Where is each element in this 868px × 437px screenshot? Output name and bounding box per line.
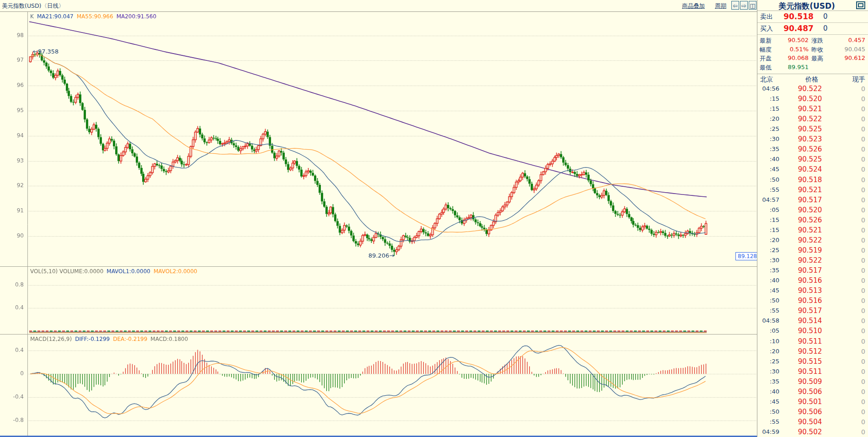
overlay-link[interactable]: 商品叠加	[682, 2, 705, 10]
bid-quantity: 0	[823, 24, 828, 32]
tape-header-col: 价格	[796, 76, 828, 84]
tape-row: :3590.5170	[757, 265, 868, 275]
stat-row: 最低89.951	[757, 64, 868, 72]
price-axis-label: 97	[0, 57, 24, 63]
tape-volume: 0	[861, 287, 865, 294]
stat-value: 90.612	[828, 54, 865, 61]
split-view-icon[interactable]: ◫	[749, 1, 756, 10]
tape-volume: 0	[861, 216, 865, 224]
tape-row: :2590.5250	[757, 124, 868, 134]
tape-time: :15	[757, 95, 779, 102]
tape-price: 90.516	[785, 297, 835, 305]
price-axis-label: 94	[0, 132, 24, 139]
tape-time: :55	[757, 186, 779, 193]
tape-price: 90.510	[785, 327, 835, 335]
tape-volume: 0	[861, 408, 865, 415]
volume-legend: VOL(5,10) VOLUME:0.0000MAVOL1:0.0000MAVO…	[30, 268, 201, 275]
stat-label: 最低	[760, 64, 772, 72]
tape-volume: 0	[861, 338, 865, 345]
tape-row: :2590.5190	[757, 245, 868, 255]
tape-time: :30	[757, 257, 779, 264]
tape-price: 90.520	[785, 206, 835, 214]
tape-row: :2090.5220	[757, 235, 868, 245]
tape-price: 90.513	[785, 286, 835, 295]
tape-volume: 0	[861, 85, 865, 92]
tape-row: :0590.5200	[757, 205, 868, 215]
main-legend: KMA21:90.047MA55:90.966MA200:91.560	[30, 13, 160, 20]
tape-price: 90.525	[785, 155, 835, 163]
price-axis-label: 90	[0, 232, 24, 239]
tape-time: :25	[757, 125, 779, 132]
tape-row: :2090.5120	[757, 346, 868, 356]
tape-volume: 0	[861, 327, 865, 334]
legend-item: MACD:0.1800	[150, 336, 188, 342]
tape-row: :2090.5220	[757, 114, 868, 124]
next-chart-icon[interactable]: ⇨	[740, 1, 748, 10]
tape-time: :50	[757, 297, 779, 304]
tape-volume: 0	[861, 227, 865, 234]
tape-row: :5590.5170	[757, 306, 868, 316]
prev-chart-icon[interactable]: ⇦	[731, 1, 739, 10]
tape-volume: 0	[861, 166, 865, 173]
tape-volume: 0	[861, 237, 865, 244]
tape-row: :0590.5100	[757, 326, 868, 336]
tape-row: :5590.5040	[757, 417, 868, 427]
price-axis-label: 93	[0, 157, 24, 164]
tape-volume: 0	[861, 105, 865, 113]
tape-volume: 0	[861, 267, 865, 274]
period-link[interactable]: 周期	[715, 2, 726, 10]
tape-time: 04:57	[757, 196, 779, 203]
tape-volume: 0	[861, 247, 865, 254]
tape-header-col: 现手	[852, 76, 865, 84]
legend-item: MA200:91.560	[117, 13, 157, 20]
tape-row: :4590.5010	[757, 397, 868, 407]
legend-item: MACD(12,26,9)	[30, 336, 72, 342]
tape-price: 90.504	[785, 418, 835, 426]
tape-time: :55	[757, 307, 779, 314]
tape-time: :20	[757, 115, 779, 122]
tape-price: 90.519	[785, 246, 835, 254]
chart-canvas[interactable]	[0, 12, 757, 437]
tape-price: 90.522	[785, 115, 835, 123]
tape-volume: 0	[861, 418, 865, 426]
tape-volume: 0	[861, 176, 865, 183]
tape-row: :1590.5210	[757, 104, 868, 114]
tape-price: 90.517	[785, 196, 835, 204]
tape-time: 04:56	[757, 85, 779, 92]
tape-volume: 0	[861, 348, 865, 355]
tape-time: :35	[757, 146, 779, 152]
tape-time: :30	[757, 135, 779, 142]
tape-price: 90.516	[785, 276, 835, 285]
tape-row: 04:5990.5020	[757, 427, 868, 437]
stat-row: 最新90.502涨跌0.457	[757, 37, 868, 45]
tape-row: 04:5890.5140	[757, 316, 868, 326]
tape-volume: 0	[861, 206, 865, 214]
tape-time: :20	[757, 237, 779, 243]
stat-row: 幅度0.51%昨收90.045	[757, 46, 868, 54]
tape-price: 90.521	[785, 186, 835, 194]
tape-row: :3090.5220	[757, 255, 868, 265]
tape-row: 04:5790.5170	[757, 195, 868, 205]
tape-row: :1590.5200	[757, 94, 868, 104]
tape-price: 90.517	[785, 307, 835, 315]
tape-price: 90.522	[785, 236, 835, 244]
tape-price: 90.524	[785, 165, 835, 173]
stat-value: 90.045	[828, 46, 865, 53]
restore-window-icon[interactable]	[856, 1, 865, 9]
macd-axis-label: 0	[0, 370, 24, 377]
volume-axis-label: 0.4	[0, 304, 24, 311]
legend-item: MA55:90.966	[77, 13, 113, 20]
tape-price: 90.506	[785, 388, 835, 396]
ask-label: 卖出	[760, 13, 773, 21]
quote-panel: 美元指数(USD) 卖出 90.518 0 买入 90.487 0 最新90.5…	[757, 0, 868, 437]
bid-row: 买入 90.487 0	[757, 23, 868, 35]
quote-panel-header: 美元指数(USD)	[757, 0, 868, 11]
stat-value: 89.951	[776, 64, 809, 70]
tape-row: :1090.5110	[757, 336, 868, 346]
tape-price: 90.514	[785, 317, 835, 325]
tape-price: 90.522	[785, 256, 835, 264]
price-axis-label: 92	[0, 182, 24, 189]
tape-row: :2590.5150	[757, 356, 868, 367]
tape-time: :25	[757, 358, 779, 365]
tape-time: 04:59	[757, 428, 779, 435]
